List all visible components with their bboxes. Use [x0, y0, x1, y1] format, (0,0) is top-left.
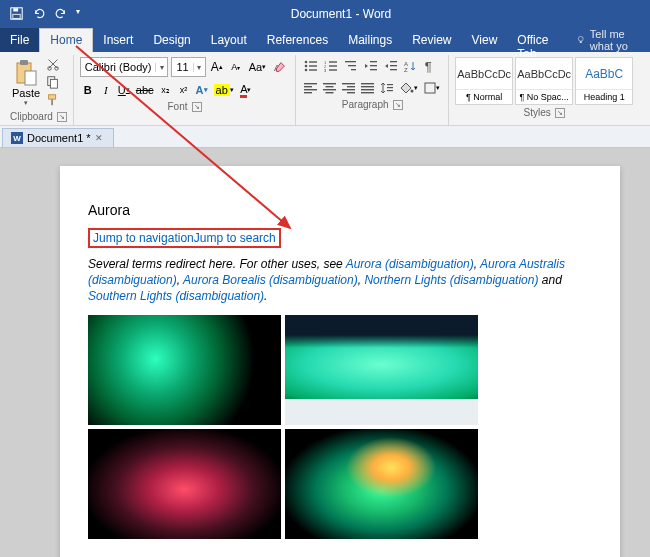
annotation-redbox: Jump to navigationJump to search [88, 228, 281, 248]
link-southern-disambig[interactable]: Southern Lights (disambiguation) [88, 289, 264, 303]
svg-rect-39 [304, 86, 312, 87]
style-normal[interactable]: AaBbCcDc¶ Normal [455, 57, 513, 105]
decrease-indent-button[interactable] [362, 57, 380, 75]
font-size-combo[interactable]: 11▾ [171, 57, 205, 77]
tab-office[interactable]: Office Tab [507, 28, 570, 52]
align-justify-button[interactable] [359, 79, 376, 97]
bullets-button[interactable] [302, 57, 320, 75]
paste-icon [14, 59, 38, 87]
font-launcher[interactable]: ↘ [192, 102, 202, 112]
numbering-button[interactable]: 123 [322, 57, 340, 75]
tab-mailings[interactable]: Mailings [338, 28, 402, 52]
aurora-image-2[interactable] [285, 315, 478, 425]
link-borealis-disambig[interactable]: Aurora Borealis (disambiguation) [183, 273, 358, 287]
paragraph-launcher[interactable]: ↘ [393, 100, 403, 110]
group-paragraph: 123 AZ ¶ ▾ ▾ Paragraph↘ [296, 55, 449, 125]
strikethrough-button[interactable]: abc [134, 81, 156, 99]
svg-rect-28 [348, 65, 356, 66]
font-color-button[interactable]: A▾ [238, 81, 254, 99]
svg-rect-43 [326, 86, 334, 87]
grow-font-button[interactable]: A▴ [209, 58, 225, 76]
font-name-combo[interactable]: Calibri (Body)▾ [80, 57, 169, 77]
styles-launcher[interactable]: ↘ [555, 108, 565, 118]
aurora-image-4[interactable] [285, 429, 478, 539]
svg-rect-24 [329, 65, 337, 66]
format-painter-button[interactable] [46, 93, 62, 109]
svg-rect-32 [370, 69, 377, 70]
svg-point-3 [579, 36, 584, 41]
svg-rect-58 [425, 83, 435, 93]
svg-rect-42 [323, 83, 336, 84]
sort-button[interactable]: AZ [402, 57, 418, 75]
link-northern-disambig[interactable]: Northern Lights (disambiguation) [364, 273, 538, 287]
line-spacing-button[interactable] [378, 79, 396, 97]
borders-button[interactable]: ▾ [422, 79, 442, 97]
svg-rect-52 [361, 89, 374, 90]
shading-button[interactable]: ▾ [398, 79, 420, 97]
qat-customize-icon[interactable]: ▾ [76, 7, 90, 21]
tab-layout[interactable]: Layout [201, 28, 257, 52]
style-no-spacing[interactable]: AaBbCcDc¶ No Spac... [515, 57, 573, 105]
doc-title: Aurora [88, 202, 592, 218]
ribbon-tablist: File Home Insert Design Layout Reference… [0, 28, 650, 52]
cut-button[interactable] [46, 57, 62, 73]
align-left-button[interactable] [302, 79, 319, 97]
svg-rect-33 [390, 61, 397, 62]
svg-text:3: 3 [324, 68, 327, 72]
aurora-image-1[interactable] [88, 315, 281, 425]
bold-button[interactable]: B [80, 81, 96, 99]
tab-insert[interactable]: Insert [93, 28, 143, 52]
shrink-font-button[interactable]: A▾ [228, 58, 244, 76]
tab-review[interactable]: Review [402, 28, 461, 52]
multilevel-button[interactable] [342, 57, 360, 75]
align-center-button[interactable] [321, 79, 338, 97]
tab-home[interactable]: Home [39, 28, 93, 52]
underline-button[interactable]: U▾ [116, 81, 132, 99]
svg-rect-35 [390, 69, 397, 70]
svg-rect-6 [20, 60, 28, 65]
tab-references[interactable]: References [257, 28, 338, 52]
text-effects-button[interactable]: A▾ [194, 81, 210, 99]
tell-me-label: Tell me what yo [590, 28, 650, 52]
clear-format-button[interactable]: A [271, 58, 289, 76]
tab-design[interactable]: Design [143, 28, 200, 52]
ribbon: Paste ▾ Clipboard↘ Calibri (Body)▾ 11▾ A… [0, 52, 650, 126]
svg-rect-26 [329, 69, 337, 70]
svg-rect-47 [347, 86, 355, 87]
tab-file[interactable]: File [0, 28, 39, 52]
document-tab[interactable]: W Document1 * ✕ [2, 128, 114, 147]
link-aurora-disambig[interactable]: Aurora (disambiguation) [346, 257, 474, 271]
word-icon: W [11, 132, 23, 144]
style-heading-1[interactable]: AaBbCHeading 1 [575, 57, 633, 105]
italic-button[interactable]: I [98, 81, 114, 99]
svg-rect-46 [342, 83, 355, 84]
svg-rect-40 [304, 89, 317, 90]
image-grid [88, 315, 478, 539]
superscript-button[interactable]: x² [176, 81, 192, 99]
highlight-button[interactable]: ab▾ [212, 81, 236, 99]
increase-indent-button[interactable] [382, 57, 400, 75]
tab-view[interactable]: View [462, 28, 508, 52]
tell-me[interactable]: Tell me what yo [576, 28, 650, 52]
show-paragraph-button[interactable]: ¶ [420, 57, 436, 75]
svg-point-17 [305, 65, 308, 68]
copy-button[interactable] [46, 75, 62, 91]
clipboard-launcher[interactable]: ↘ [57, 112, 67, 122]
change-case-button[interactable]: Aa▾ [247, 58, 268, 76]
paste-button[interactable]: Paste ▾ [10, 57, 42, 109]
svg-rect-50 [361, 83, 374, 84]
group-clipboard: Paste ▾ Clipboard↘ [4, 55, 74, 125]
subscript-button[interactable]: x₂ [158, 81, 174, 99]
jump-search-link[interactable]: Jump to search [194, 231, 276, 245]
svg-rect-11 [51, 79, 58, 88]
align-right-button[interactable] [340, 79, 357, 97]
close-doc-icon[interactable]: ✕ [95, 133, 105, 143]
redo-icon[interactable] [54, 7, 68, 21]
undo-icon[interactable] [32, 7, 46, 21]
jump-nav-link[interactable]: Jump to navigation [93, 231, 194, 245]
aurora-image-3[interactable] [88, 429, 281, 539]
group-font: Calibri (Body)▾ 11▾ A▴ A▾ Aa▾ A B I U▾ a… [74, 55, 296, 125]
save-icon[interactable] [10, 7, 24, 21]
document-canvas[interactable]: Aurora Jump to navigationJump to search … [0, 148, 650, 557]
document-tab-label: Document1 * [27, 132, 91, 144]
